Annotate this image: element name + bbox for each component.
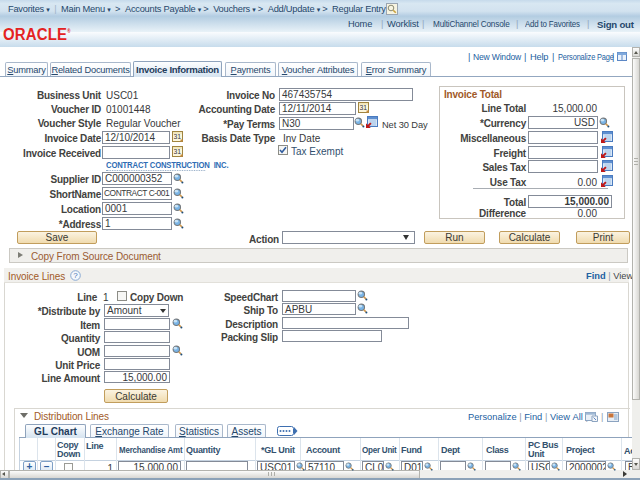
svg-text:31: 31 — [174, 148, 182, 155]
svg-text:?: ? — [73, 271, 78, 280]
svg-text:31: 31 — [360, 104, 368, 111]
svg-text:31: 31 — [174, 133, 182, 140]
